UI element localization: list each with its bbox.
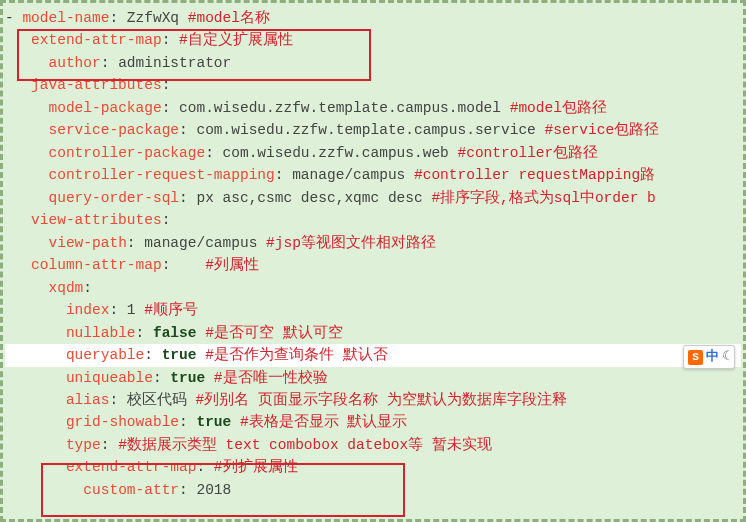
code-line: uniqueable: true #是否唯一性校验 [5, 367, 741, 389]
code-line: author: administrator [5, 52, 741, 74]
code-line: model-package: com.wisedu.zzfw.template.… [5, 97, 741, 119]
code-line: nullable: false #是否可空 默认可空 [5, 322, 741, 344]
code-line: queryable: true #是否作为查询条件 默认否 [5, 344, 741, 366]
code-line: view-attributes: [5, 209, 741, 231]
ime-mode-icon: ☾ [722, 347, 730, 367]
code-line: extend-attr-map: #自定义扩展属性 [5, 29, 741, 51]
code-line: custom-attr: 2018 [5, 479, 741, 501]
code-line: index: 1 #顺序号 [5, 299, 741, 321]
code-line: view-path: manage/campus #jsp等视图文件相对路径 [5, 232, 741, 254]
yaml-code-block: - model-name: ZzfwXq #model名称 extend-att… [3, 3, 743, 503]
code-line: controller-request-mapping: manage/campu… [5, 164, 741, 186]
code-line: grid-showable: true #表格是否显示 默认显示 [5, 411, 741, 433]
code-line: column-attr-map: #列属性 [5, 254, 741, 276]
code-line: type: #数据展示类型 text combobox datebox等 暂未实… [5, 434, 741, 456]
code-line: service-package: com.wisedu.zzfw.templat… [5, 119, 741, 141]
code-line: alias: 校区代码 #列别名 页面显示字段名称 为空默认为数据库字段注释 [5, 389, 741, 411]
sogou-icon: S [688, 350, 703, 365]
code-line: controller-package: com.wisedu.zzfw.camp… [5, 142, 741, 164]
code-line: java-attributes: [5, 74, 741, 96]
ime-indicator[interactable]: S 中 ☾ [683, 345, 735, 369]
ime-lang: 中 [706, 347, 719, 367]
code-line: query-order-sql: px asc,csmc desc,xqmc d… [5, 187, 741, 209]
code-line: extend-attr-map: #列扩展属性 [5, 456, 741, 478]
code-line: - model-name: ZzfwXq #model名称 [5, 7, 741, 29]
code-line: xqdm: [5, 277, 741, 299]
